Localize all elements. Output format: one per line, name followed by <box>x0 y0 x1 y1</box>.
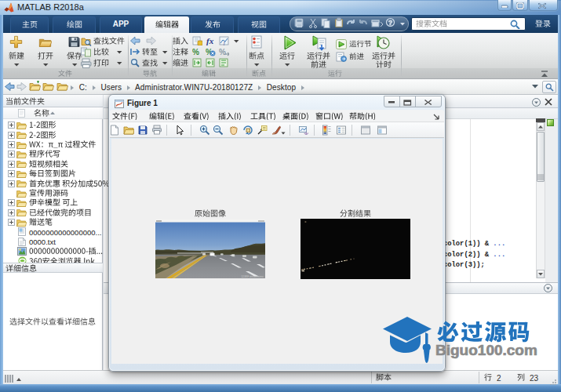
svg-text:%: % <box>219 48 226 56</box>
svg-text:%: % <box>192 48 199 56</box>
svg-text:123RF dreamstime: 123RF dreamstime <box>241 275 264 278</box>
svg-text:?: ? <box>388 19 392 27</box>
svg-text:fx: fx <box>206 36 214 45</box>
